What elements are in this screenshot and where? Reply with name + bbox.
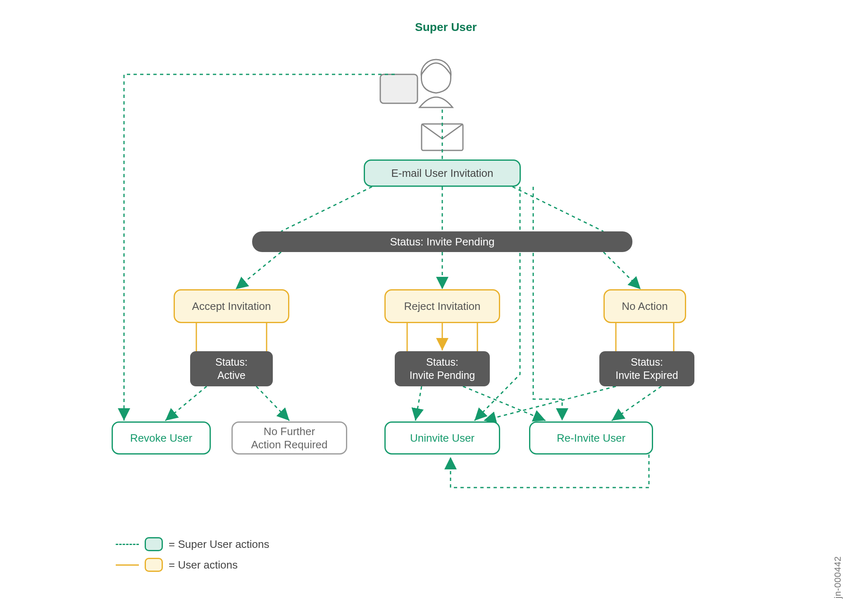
accept-invitation-node: Accept Invitation — [174, 289, 289, 323]
uninvite-user-node: Uninvite User — [384, 421, 500, 455]
reject-invitation-node: Reject Invitation — [384, 289, 500, 323]
svg-point-1 — [421, 59, 451, 89]
status-invite-expired-node: Status: Invite Expired — [599, 351, 694, 386]
svg-rect-2 — [422, 124, 463, 150]
legend-super-user: = Super User actions — [116, 537, 269, 551]
svg-rect-0 — [380, 74, 417, 103]
solid-line-icon — [116, 564, 139, 566]
no-further-action-node: No Further Action Required — [231, 421, 347, 455]
email-user-invitation-node: E-mail User Invitation — [364, 159, 521, 187]
legend-user-label: = User actions — [169, 559, 238, 571]
yellow-box-icon — [145, 558, 163, 572]
footnote-id: jn-000442 — [832, 556, 843, 598]
diagram-canvas: Super User E-mail User Invitation Status… — [0, 0, 868, 614]
status-invite-pending-bar: Status: Invite Pending — [252, 231, 632, 252]
no-action-node: No Action — [603, 289, 686, 323]
reinvite-user-node: Re-Invite User — [529, 421, 653, 455]
legend-user: = User actions — [116, 558, 238, 572]
revoke-user-node: Revoke User — [112, 421, 211, 455]
dashed-line-icon — [116, 544, 139, 545]
green-box-icon — [145, 537, 163, 551]
legend-super-user-label: = Super User actions — [169, 538, 269, 551]
status-invite-pending-node: Status: Invite Pending — [395, 351, 490, 386]
super-user-title: Super User — [415, 21, 477, 34]
status-active-node: Status: Active — [190, 351, 273, 386]
